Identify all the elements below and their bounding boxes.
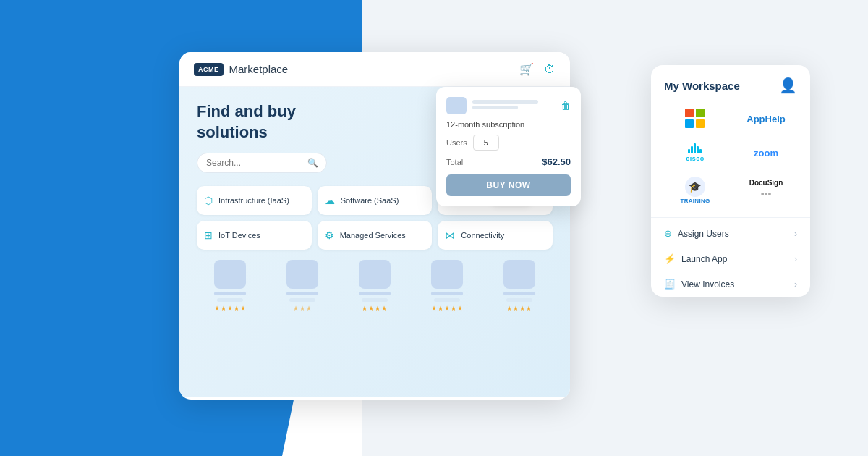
product-line2-1 xyxy=(217,298,243,302)
action-view-invoices[interactable]: 🧾 View Invoices › xyxy=(651,271,810,297)
product-4[interactable]: ★★★★★ xyxy=(414,260,480,312)
search-input[interactable] xyxy=(206,158,307,168)
ms-quadrant-2 xyxy=(696,109,705,117)
action-assign-users[interactable]: ⊕ Assign Users › xyxy=(651,221,810,246)
iot-icon: ⊞ xyxy=(204,229,213,241)
cisco-bar-4 xyxy=(697,146,699,153)
product-line1-2 xyxy=(286,292,318,295)
cart-total-price: $62.50 xyxy=(542,156,571,167)
cart-total-row: Total $62.50 xyxy=(446,156,571,167)
cart-line-long xyxy=(472,100,538,104)
category-label-iot: IoT Devices xyxy=(218,231,260,240)
product-1[interactable]: ★★★★★ xyxy=(197,260,263,312)
header-icons: 🛒 ⏱ xyxy=(519,62,556,76)
product-line1-1 xyxy=(214,292,246,295)
action-label-assign-users: Assign Users xyxy=(678,229,729,239)
cart-users-input[interactable] xyxy=(473,135,499,151)
cart-product-thumbnail xyxy=(446,97,467,114)
product-line1-5 xyxy=(503,292,535,295)
cisco-bars xyxy=(688,143,702,153)
cart-product-lines xyxy=(472,100,555,111)
workspace-title: My Workspace xyxy=(664,80,740,92)
chevron-assign-icon: › xyxy=(794,229,797,239)
apphelp-logo: AppHelp xyxy=(746,114,785,124)
product-stars-1: ★★★★★ xyxy=(214,305,247,312)
category-label-managed: Managed Services xyxy=(340,231,406,240)
category-iot[interactable]: ⊞ IoT Devices xyxy=(197,221,312,250)
acme-logo: ACME xyxy=(194,63,224,76)
category-managed[interactable]: ⚙ Managed Services xyxy=(318,221,433,250)
assign-users-icon: ⊕ xyxy=(664,228,672,239)
gear-icon: ⚙ xyxy=(325,229,334,241)
product-stars-5: ★★★★ xyxy=(506,305,532,312)
action-launch-app[interactable]: ⚡ Launch App › xyxy=(651,246,810,271)
product-2[interactable]: ★★★ xyxy=(269,260,336,312)
app-item-cisco[interactable]: cisco xyxy=(660,136,731,169)
cloud-icon: ☁ xyxy=(325,195,335,206)
app-item-apphelp[interactable]: AppHelp xyxy=(731,101,801,136)
cart-total-label: Total xyxy=(446,158,463,166)
docusign-logo: DocuSign xyxy=(749,179,783,187)
workspace-panel: My Workspace 👤 AppHelp xyxy=(651,65,810,297)
category-connectivity[interactable]: ⋈ Connectivity xyxy=(438,221,553,250)
app-item-training[interactable]: 🎓 TRAINING xyxy=(660,169,731,211)
ms-quadrant-3 xyxy=(685,119,694,128)
cisco-bar-3 xyxy=(694,143,696,153)
product-stars-4: ★★★★★ xyxy=(431,305,464,312)
product-line2-4 xyxy=(434,298,460,302)
launch-app-icon: ⚡ xyxy=(664,253,676,264)
app-item-zoom[interactable]: zoom xyxy=(731,136,801,169)
product-5[interactable]: ★★★★ xyxy=(486,260,553,312)
product-thumb-1 xyxy=(214,260,246,289)
cisco-text: cisco xyxy=(686,155,705,162)
history-icon[interactable]: ⏱ xyxy=(544,63,556,76)
training-text: TRAINING xyxy=(680,198,710,204)
logo-area: ACME Marketplace xyxy=(194,63,288,76)
category-saas[interactable]: ☁ Software (SaaS) xyxy=(318,186,433,215)
zoom-logo: zoom xyxy=(754,148,778,159)
ms-quadrant-4 xyxy=(696,119,705,128)
cisco-logo: cisco xyxy=(686,143,705,162)
share-icon: ⋈ xyxy=(445,229,455,241)
search-icon: 🔍 xyxy=(307,158,318,168)
action-label-view-invoices: View Invoices xyxy=(681,279,734,290)
search-bar[interactable]: 🔍 xyxy=(197,153,327,173)
product-thumb-2 xyxy=(286,260,318,289)
product-stars-3: ★★★★ xyxy=(362,305,388,312)
buy-now-button[interactable]: BUY NOW xyxy=(446,174,571,196)
cube-icon: ⬡ xyxy=(204,195,213,206)
category-label-saas: Software (SaaS) xyxy=(341,196,399,205)
product-line2-5 xyxy=(506,298,532,302)
person-icon: 👤 xyxy=(779,77,797,94)
cart-users-label: Users xyxy=(446,138,467,147)
card-header: ACME Marketplace 🛒 ⏱ xyxy=(179,52,570,87)
product-line2-3 xyxy=(362,298,388,302)
product-thumb-5 xyxy=(503,260,535,289)
workspace-header: My Workspace 👤 xyxy=(651,65,810,101)
product-stars-2: ★★★ xyxy=(293,305,312,312)
action-left-assign: ⊕ Assign Users xyxy=(664,228,729,239)
action-left-launch: ⚡ Launch App xyxy=(664,253,727,264)
category-label-conn: Connectivity xyxy=(461,231,504,240)
product-line2-2 xyxy=(289,298,315,302)
cart-product-row: 🗑 xyxy=(446,97,571,114)
category-iaas[interactable]: ⬡ Infrastructure (IaaS) xyxy=(197,186,312,215)
app-grid: AppHelp cisco zoom 🎓 TRAINING xyxy=(651,101,810,217)
cart-icon[interactable]: 🛒 xyxy=(519,62,534,76)
category-label-iaas: Infrastructure (IaaS) xyxy=(218,196,289,205)
cart-users-row: Users xyxy=(446,135,571,151)
cart-dropdown: 🗑 12-month subscription Users Total $62.… xyxy=(436,87,581,206)
app-item-microsoft[interactable] xyxy=(660,101,731,136)
view-invoices-icon: 🧾 xyxy=(664,279,676,290)
product-thumb-3 xyxy=(359,260,391,289)
more-options-dots[interactable]: ••• xyxy=(761,188,772,203)
microsoft-logo xyxy=(685,109,705,129)
product-3[interactable]: ★★★★ xyxy=(341,260,408,312)
cart-line-short xyxy=(472,106,518,109)
chevron-invoices-icon: › xyxy=(794,279,797,290)
cart-delete-icon[interactable]: 🗑 xyxy=(561,100,571,111)
training-icon-circle: 🎓 xyxy=(685,177,705,197)
cisco-bar-5 xyxy=(699,149,702,153)
app-item-docusign[interactable]: DocuSign ••• xyxy=(731,169,801,211)
product-line1-4 xyxy=(431,292,463,295)
